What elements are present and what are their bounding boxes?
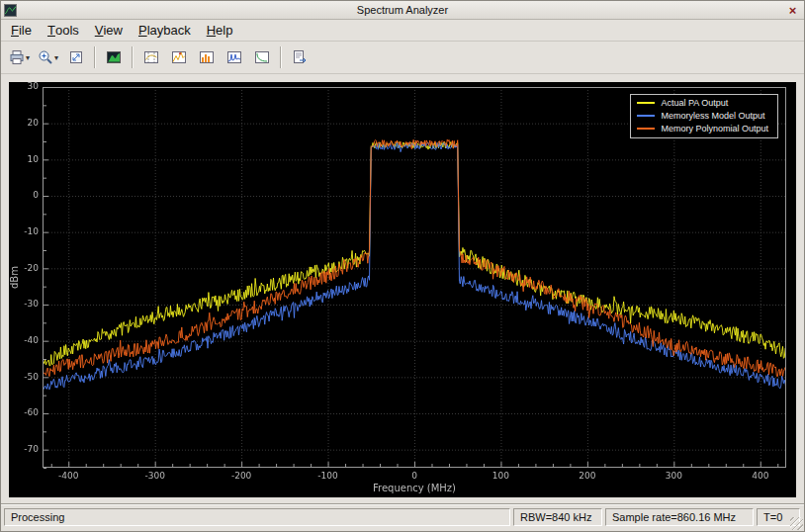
status-state: Processing [4, 508, 510, 526]
print-dropdown-icon[interactable]: ▾ [26, 53, 30, 62]
menu-playback[interactable]: Playback [131, 20, 199, 41]
legend-line-swatch [637, 115, 655, 117]
zoom-dropdown-icon[interactable]: ▾ [54, 53, 58, 62]
toolbar-separator [132, 46, 134, 68]
toolbar-separator [280, 46, 282, 68]
export-icon [292, 49, 308, 65]
spectrum-analyzer-window: Spectrum Analyzer × File Tools View Play… [0, 0, 805, 532]
status-sample-rate: Sample rate=860.16 MHz [605, 508, 754, 526]
zoom-button[interactable]: ▾ [35, 44, 61, 70]
menu-view[interactable]: View [87, 20, 131, 41]
cursor-measurements-icon [143, 49, 159, 65]
title-bar[interactable]: Spectrum Analyzer × [1, 1, 804, 20]
resize-grip[interactable] [790, 517, 803, 530]
close-button[interactable]: × [784, 3, 801, 18]
legend[interactable]: Actual PA Output Memoryless Model Output… [630, 94, 778, 138]
menu-bar: File Tools View Playback Help [1, 20, 804, 42]
spectrum-settings-icon [106, 49, 122, 65]
scale-axes-icon [68, 49, 84, 65]
ccdf-measurements-button[interactable] [249, 44, 275, 70]
window-title: Spectrum Analyzer [1, 4, 804, 16]
status-rbw: RBW=840 kHz [513, 508, 602, 526]
legend-line-swatch [637, 102, 655, 104]
peak-finder-button[interactable] [166, 44, 192, 70]
legend-label: Memoryless Model Output [661, 111, 764, 121]
distortion-measurements-button[interactable] [222, 44, 247, 70]
menu-file[interactable]: File [3, 20, 40, 41]
channel-measurements-button[interactable] [194, 44, 220, 70]
ccdf-icon [254, 49, 270, 65]
legend-item-actual-pa-output: Actual PA Output [637, 98, 768, 108]
toolbar: ▾ ▾ [1, 42, 804, 74]
status-bar: Processing RBW=840 kHz Sample rate=860.1… [1, 504, 804, 531]
legend-item-memory-polynomial-output: Memory Polynomial Output [637, 124, 768, 133]
zoom-in-icon [38, 49, 53, 65]
menu-help[interactable]: Help [199, 20, 241, 41]
legend-label: Memory Polynomial Output [661, 124, 768, 133]
print-button[interactable]: ▾ [6, 44, 33, 70]
toolbar-separator [94, 46, 96, 68]
scale-axes-button[interactable] [63, 44, 89, 70]
legend-line-swatch [637, 128, 655, 130]
cursor-measurements-button[interactable] [138, 44, 164, 70]
spectrum-settings-button[interactable] [101, 44, 127, 70]
spectrum-plot[interactable] [9, 82, 796, 497]
printer-icon [9, 49, 25, 65]
spectrum-display: Actual PA Output Memoryless Model Output… [9, 82, 796, 497]
menu-tools[interactable]: Tools [40, 20, 87, 41]
channel-measurements-icon [199, 49, 215, 65]
legend-item-memoryless-model-output: Memoryless Model Output [637, 111, 768, 121]
distortion-measurements-icon [226, 49, 242, 65]
legend-label: Actual PA Output [661, 98, 728, 108]
peak-finder-icon [171, 49, 187, 65]
export-button[interactable] [287, 44, 313, 70]
